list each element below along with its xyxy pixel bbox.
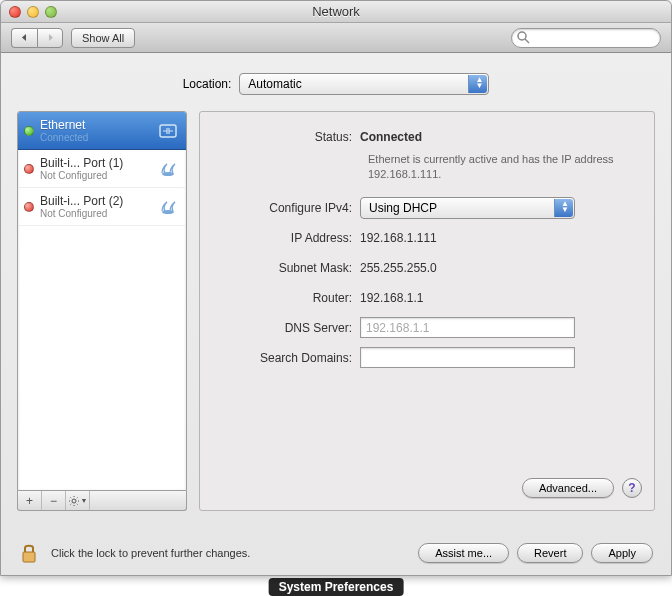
sidebar-item-status: Not Configured	[40, 170, 150, 181]
gear-icon	[68, 495, 80, 507]
network-prefs-window: Network Show All Location: Automatic ▲▼	[0, 0, 672, 576]
help-button[interactable]: ?	[622, 478, 642, 498]
status-dot-green-icon	[24, 126, 34, 136]
configure-ipv4-popup[interactable]: Using DHCP ▲▼	[360, 197, 575, 219]
svg-point-5	[72, 499, 76, 503]
status-dot-red-icon	[24, 164, 34, 174]
location-value: Automatic	[248, 77, 301, 91]
sidebar-item-status: Connected	[40, 132, 150, 143]
ethernet-icon	[156, 122, 180, 140]
status-label: Status:	[200, 130, 360, 144]
assist-me-button[interactable]: Assist me...	[418, 543, 509, 563]
sidebar-item-ethernet[interactable]: Ethernet Connected	[18, 112, 186, 150]
sidebar-item-port1[interactable]: Built-i... Port (1) Not Configured	[18, 150, 186, 188]
configure-ipv4-label: Configure IPv4:	[200, 201, 360, 215]
advanced-row: Advanced... ?	[522, 478, 642, 498]
forward-button[interactable]	[37, 28, 63, 48]
sidebar-column: Ethernet Connected Built-i... Port (1) N…	[17, 111, 187, 511]
add-interface-button[interactable]: +	[18, 491, 42, 510]
sidebar-toolbar: + − ▼	[17, 491, 187, 511]
remove-interface-button[interactable]: −	[42, 491, 66, 510]
titlebar: Network	[1, 1, 671, 23]
dock-label: System Preferences	[269, 578, 404, 596]
sidebar-item-port2[interactable]: Built-i... Port (2) Not Configured	[18, 188, 186, 226]
svg-rect-6	[23, 552, 35, 562]
sidebar-item-name: Built-i... Port (1)	[40, 156, 150, 170]
sidebar-text: Ethernet Connected	[40, 118, 150, 143]
sidebar-item-name: Ethernet	[40, 118, 150, 132]
configure-ipv4-value: Using DHCP	[369, 201, 437, 215]
search-domains-input[interactable]	[360, 347, 575, 368]
search-wrap	[511, 28, 661, 48]
sidebar-item-status: Not Configured	[40, 208, 150, 219]
lock-icon[interactable]	[19, 541, 39, 565]
window-title: Network	[1, 4, 671, 19]
search-input[interactable]	[511, 28, 661, 48]
interface-actions-button[interactable]: ▼	[66, 491, 90, 510]
location-row: Location: Automatic ▲▼	[1, 73, 671, 95]
revert-button[interactable]: Revert	[517, 543, 583, 563]
search-domains-label: Search Domains:	[200, 351, 360, 365]
sidebar-text: Built-i... Port (1) Not Configured	[40, 156, 150, 181]
main-row: Ethernet Connected Built-i... Port (1) N…	[1, 111, 671, 511]
nav-buttons	[11, 28, 63, 48]
svg-point-3	[162, 172, 174, 176]
location-popup[interactable]: Automatic ▲▼	[239, 73, 489, 95]
status-dot-red-icon	[24, 202, 34, 212]
advanced-button[interactable]: Advanced...	[522, 478, 614, 498]
footer: Click the lock to prevent further change…	[1, 541, 671, 565]
modem-icon	[156, 160, 180, 178]
router-value: 192.168.1.1	[360, 291, 638, 305]
lock-text: Click the lock to prevent further change…	[51, 547, 410, 559]
toolbar: Show All	[1, 23, 671, 53]
ip-address-value: 192.168.1.111	[360, 231, 638, 245]
detail-panel: Status: Connected Ethernet is currently …	[199, 111, 655, 511]
popup-arrows-icon: ▲▼	[561, 201, 569, 213]
modem-icon	[156, 198, 180, 216]
forward-arrow-icon	[46, 33, 55, 42]
svg-point-4	[162, 210, 174, 214]
status-value: Connected	[360, 130, 638, 144]
show-all-button[interactable]: Show All	[71, 28, 135, 48]
sidebar-item-name: Built-i... Port (2)	[40, 194, 150, 208]
location-label: Location:	[183, 77, 232, 91]
search-icon	[517, 31, 530, 44]
content-area: Location: Automatic ▲▼ Ethernet Connecte…	[1, 53, 671, 575]
popup-arrows-icon: ▲▼	[475, 77, 483, 89]
back-arrow-icon	[20, 33, 29, 42]
dns-server-label: DNS Server:	[200, 321, 360, 335]
back-button[interactable]	[11, 28, 37, 48]
router-label: Router:	[200, 291, 360, 305]
interfaces-sidebar[interactable]: Ethernet Connected Built-i... Port (1) N…	[17, 111, 187, 491]
svg-line-1	[525, 39, 529, 43]
sidebar-text: Built-i... Port (2) Not Configured	[40, 194, 150, 219]
apply-button[interactable]: Apply	[591, 543, 653, 563]
status-description: Ethernet is currently active and has the…	[368, 152, 628, 183]
subnet-mask-label: Subnet Mask:	[200, 261, 360, 275]
svg-rect-2	[160, 125, 176, 137]
dns-server-input[interactable]	[360, 317, 575, 338]
subnet-mask-value: 255.255.255.0	[360, 261, 638, 275]
svg-point-0	[518, 32, 526, 40]
ip-address-label: IP Address:	[200, 231, 360, 245]
